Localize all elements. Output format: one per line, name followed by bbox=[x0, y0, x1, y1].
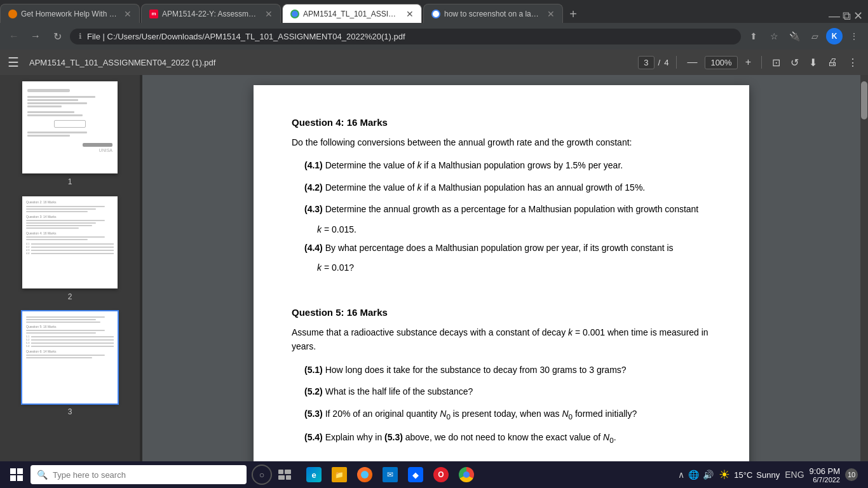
thumbnail-3[interactable]: Question 5: 16 Marks 5.1 5.2 5.3 5.4 Que… bbox=[22, 311, 118, 416]
q4-1-text-before: Determine the value of bbox=[325, 160, 417, 170]
start-button[interactable] bbox=[5, 463, 28, 486]
tab-2[interactable]: m APM1514-22-Y: Assessment 4 ✕ bbox=[141, 4, 281, 23]
zoom-out-button[interactable]: — bbox=[684, 57, 700, 68]
browser-chrome: Get Homework Help With Chegg ✕ m APM1514… bbox=[0, 0, 868, 50]
clock[interactable]: 9:06 PM 6/7/2022 bbox=[810, 466, 840, 484]
tab-close-1[interactable]: ✕ bbox=[124, 9, 132, 19]
q5-4-num: (5.4) bbox=[304, 432, 323, 442]
nav-actions: ⬆ ☆ 🔌 ▱ K ⋮ bbox=[745, 27, 863, 45]
tab-favicon-4 bbox=[431, 10, 440, 18]
pdf-content-area[interactable]: Question 4: 16 Marks Do the following co… bbox=[142, 75, 860, 461]
q5-4-text: (5.4) Explain why in (5.3) above, we do … bbox=[292, 430, 711, 446]
file-explorer-icon: 📁 bbox=[332, 467, 347, 482]
taskbar-opera[interactable]: O bbox=[430, 463, 452, 486]
taskbar-apps: e 📁 ✉ ◆ O bbox=[302, 463, 478, 486]
search-input[interactable] bbox=[53, 470, 240, 480]
tab-4[interactable]: how to screenshot on a laptop - ✕ bbox=[423, 4, 563, 23]
search-icon: 🔍 bbox=[37, 470, 48, 480]
split-screen-button[interactable]: ▱ bbox=[806, 27, 824, 45]
network-icon[interactable]: 🌐 bbox=[688, 470, 699, 480]
print-button[interactable]: 🖨 bbox=[825, 57, 840, 68]
forward-button[interactable]: → bbox=[27, 27, 44, 45]
weather-temp: 15°C bbox=[734, 470, 752, 480]
lock-icon: ℹ bbox=[79, 32, 82, 41]
extensions-button[interactable]: 🔌 bbox=[785, 27, 803, 45]
language-indicator: ENG bbox=[785, 470, 804, 480]
thumb-num-2: 2 bbox=[68, 292, 72, 301]
q4-item-2: (4.2) Determine the value of k if a Malt… bbox=[292, 180, 711, 194]
volume-icon[interactable]: 🔊 bbox=[703, 470, 714, 480]
new-tab-button[interactable]: + bbox=[564, 5, 582, 23]
taskbar-edge-app[interactable]: e bbox=[302, 463, 325, 486]
q4-3-text: (4.3) Determine the annual growth as a p… bbox=[292, 202, 711, 216]
address-bar[interactable]: ℹ File | C:/Users/User/Downloads/APM1514… bbox=[70, 29, 741, 44]
restore-button[interactable]: ⧉ bbox=[843, 10, 851, 23]
fit-page-button[interactable]: ⊡ bbox=[770, 57, 783, 69]
q5-1-content: How long does it take for the substance … bbox=[325, 365, 627, 375]
q5-4-content: Explain why in (5.3) above, we do not ne… bbox=[325, 432, 616, 442]
total-pages: 4 bbox=[664, 58, 668, 67]
taskbar-firefox[interactable] bbox=[353, 463, 376, 486]
pdf-title: APM1514_TL_101_ASSIGNMENT04_2022 (1).pdf bbox=[29, 58, 633, 67]
q4-3-sub: k = 0.015. bbox=[292, 224, 711, 234]
bookmark-button[interactable]: ☆ bbox=[765, 27, 783, 45]
tab-1[interactable]: Get Homework Help With Chegg ✕ bbox=[0, 4, 140, 23]
section-spacer-1 bbox=[292, 288, 711, 307]
tab-favicon-1 bbox=[8, 10, 17, 18]
firefox-icon bbox=[357, 467, 372, 482]
profile-button[interactable]: K bbox=[826, 28, 843, 44]
q5-intro: Assume that a radioactive substance deca… bbox=[292, 325, 711, 354]
rotate-button[interactable]: ↺ bbox=[788, 57, 801, 69]
q4-title: Question 4: 16 Marks bbox=[292, 117, 711, 128]
taskbar-search-box[interactable]: 🔍 bbox=[31, 465, 247, 484]
taskbar-file-explorer[interactable]: 📁 bbox=[328, 463, 351, 486]
windows-icon bbox=[10, 468, 23, 481]
minimize-button[interactable]: — bbox=[829, 10, 840, 23]
thumbnail-2[interactable]: Question 2: 16 Marks Question 3: 14 Mark… bbox=[22, 196, 118, 301]
pdf-menu-button[interactable]: ☰ bbox=[8, 55, 19, 70]
taskbar-dropbox[interactable]: ◆ bbox=[404, 463, 427, 486]
download-button[interactable]: ⬇ bbox=[806, 57, 820, 69]
q4-1-text: (4.1) Determine the value of k if a Malt… bbox=[292, 158, 711, 172]
pdf-page-controls: 3 / 4 — 100% + ⊡ ↺ bbox=[638, 56, 801, 69]
q4-3-num: (4.3) bbox=[304, 204, 323, 214]
taskbar-mail[interactable]: ✉ bbox=[379, 463, 402, 486]
more-button[interactable]: ⋮ bbox=[845, 27, 863, 45]
tab-3[interactable]: APM1514_TL_101_ASSIGNMENT... ✕ bbox=[282, 4, 422, 23]
thumbnail-1[interactable]: UNISA 1 bbox=[22, 81, 118, 186]
weather-widget: ☀ 15°C Sunny bbox=[719, 467, 780, 482]
tab-close-3[interactable]: ✕ bbox=[406, 9, 414, 19]
tab-end-controls: — ⧉ ✕ bbox=[829, 9, 868, 23]
zoom-in-button[interactable]: + bbox=[743, 57, 754, 68]
task-view-button[interactable] bbox=[275, 464, 295, 485]
tab-label-1: Get Homework Help With Chegg bbox=[21, 10, 118, 18]
cortana-button[interactable]: ○ bbox=[252, 464, 272, 485]
q5-title: Question 5: 16 Marks bbox=[292, 307, 711, 318]
back-button[interactable]: ← bbox=[5, 27, 23, 45]
q4-4-sub: k = 0.01? bbox=[292, 262, 711, 273]
more-options-button[interactable]: ⋮ bbox=[845, 57, 860, 69]
zoom-level[interactable]: 100% bbox=[705, 56, 737, 69]
tab-bar: Get Homework Help With Chegg ✕ m APM1514… bbox=[0, 0, 868, 23]
close-button[interactable]: ✕ bbox=[853, 9, 863, 23]
reload-button[interactable]: ↻ bbox=[48, 27, 66, 45]
nav-bar: ← → ↻ ℹ File | C:/Users/User/Downloads/A… bbox=[0, 23, 868, 50]
thumb-img-2: Question 2: 16 Marks Question 3: 14 Mark… bbox=[22, 196, 118, 288]
current-page[interactable]: 3 bbox=[638, 56, 654, 69]
taskbar-chrome[interactable] bbox=[455, 463, 478, 486]
chrome-icon bbox=[459, 467, 474, 482]
question-4-section: Question 4: 16 Marks Do the following co… bbox=[292, 117, 711, 273]
scrollbar-thumb[interactable] bbox=[861, 81, 867, 119]
tab-close-4[interactable]: ✕ bbox=[547, 9, 555, 19]
tab-close-2[interactable]: ✕ bbox=[265, 9, 273, 19]
q4-4-num: (4.4) bbox=[304, 243, 323, 253]
q5-item-4: (5.4) Explain why in (5.3) above, we do … bbox=[292, 430, 711, 446]
pdf-scrollbar[interactable] bbox=[860, 75, 868, 461]
q4-1-num: (4.1) bbox=[304, 160, 323, 170]
dropbox-icon: ◆ bbox=[408, 467, 423, 482]
notification-badge[interactable]: 10 bbox=[845, 468, 858, 481]
q4-item-1: (4.1) Determine the value of k if a Malt… bbox=[292, 158, 711, 172]
svg-rect-1 bbox=[285, 470, 291, 474]
share-button[interactable]: ⬆ bbox=[745, 27, 763, 45]
up-arrow-icon[interactable]: ∧ bbox=[678, 470, 684, 480]
